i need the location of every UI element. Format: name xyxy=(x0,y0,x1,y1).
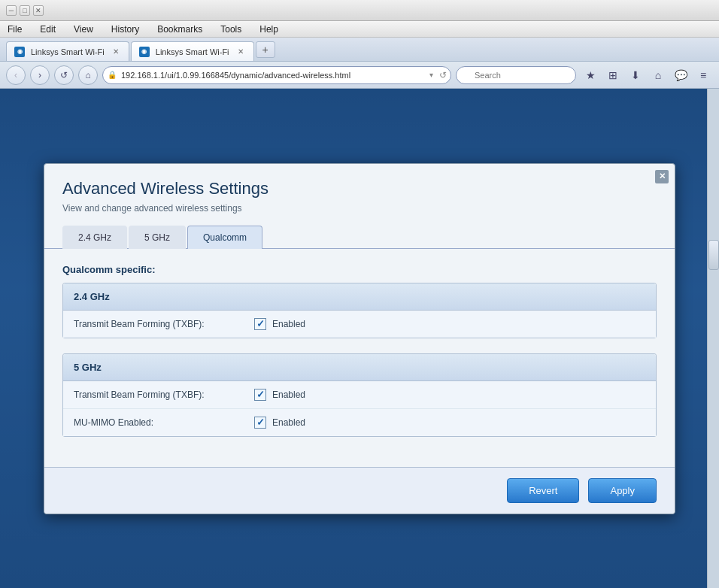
scrollbar-track[interactable] xyxy=(707,89,719,588)
tab-5ghz[interactable]: 5 GHz xyxy=(129,226,186,249)
row-mumimo-5ghz: MU-MIMO Enabled: ✓ Enabled xyxy=(63,409,656,436)
mumimo-5ghz-value: ✓ Enabled xyxy=(254,417,305,429)
tab-close-2[interactable]: ✕ xyxy=(235,47,246,57)
mumimo-5ghz-check-icon: ✓ xyxy=(256,417,265,428)
bookmark-shelf-button[interactable]: ⊞ xyxy=(603,65,623,85)
tab-close-1[interactable]: ✕ xyxy=(111,47,121,57)
tab-favicon-1: ◉ xyxy=(14,47,25,57)
dialog-footer: Revert Apply xyxy=(44,467,675,514)
dialog-close-button[interactable]: ✕ xyxy=(655,170,669,183)
browser-tab-2[interactable]: ◉ Linksys Smart Wi-Fi ✕ xyxy=(131,41,254,61)
row-txbf-2ghz: Transmit Beam Forming (TXBF): ✓ Enabled xyxy=(63,311,656,338)
home-button[interactable]: ⌂ xyxy=(78,65,98,85)
url-input[interactable] xyxy=(102,66,451,84)
menu-bar: File Edit View History Bookmarks Tools H… xyxy=(0,21,719,38)
txbf-5ghz-enabled-label: Enabled xyxy=(272,389,305,400)
apply-button[interactable]: Apply xyxy=(588,478,657,503)
back-button[interactable]: ‹ xyxy=(6,65,26,85)
url-bar-wrap: 🔒 ▾ ↺ xyxy=(102,66,451,84)
maximize-button[interactable]: □ xyxy=(20,5,30,16)
revert-button[interactable]: Revert xyxy=(507,478,579,503)
tab-qualcomm[interactable]: Qualcomm xyxy=(187,226,262,249)
browser-tab-2-label: Linksys Smart Wi-Fi xyxy=(156,47,229,56)
dialog-background: ✕ Advanced Wireless Settings View and ch… xyxy=(0,89,719,588)
txbf-5ghz-label: Transmit Beam Forming (TXBF): xyxy=(74,389,254,400)
menu-file[interactable]: File xyxy=(3,23,26,36)
dialog-title: Advanced Wireless Settings xyxy=(62,179,657,199)
minimize-button[interactable]: ─ xyxy=(6,5,17,16)
menu-view[interactable]: View xyxy=(69,23,98,36)
txbf-5ghz-value: ✓ Enabled xyxy=(254,389,305,401)
txbf-2ghz-label: Transmit Beam Forming (TXBF): xyxy=(74,319,254,329)
section-5ghz-header: 5 GHz xyxy=(63,354,656,381)
browser-tab-1-label: Linksys Smart Wi-Fi xyxy=(31,47,105,56)
menu-help[interactable]: Help xyxy=(255,23,283,36)
txbf-2ghz-check-icon: ✓ xyxy=(256,318,265,329)
reload-button[interactable]: ↺ xyxy=(54,65,74,85)
sync-button[interactable]: 💬 xyxy=(671,65,690,85)
forward-button[interactable]: › xyxy=(30,65,50,85)
dialog-subtitle: View and change advanced wireless settin… xyxy=(62,203,657,214)
bookmark-star-button[interactable]: ★ xyxy=(581,65,600,85)
search-input[interactable] xyxy=(456,66,576,84)
search-wrap: 🔍 xyxy=(456,66,576,84)
new-tab-button[interactable]: + xyxy=(256,41,275,58)
dialog: ✕ Advanced Wireless Settings View and ch… xyxy=(44,163,675,514)
section-5ghz: 5 GHz Transmit Beam Forming (TXBF): ✓ En… xyxy=(62,353,657,437)
url-dropdown-icon[interactable]: ▾ xyxy=(429,71,433,79)
tab-2ghz[interactable]: 2.4 GHz xyxy=(62,226,127,249)
dialog-body: Qualcomm specific: 2.4 GHz Transmit Beam… xyxy=(44,249,675,467)
home-toolbar-button[interactable]: ⌂ xyxy=(648,65,668,85)
scrollbar-thumb[interactable] xyxy=(708,240,719,270)
menu-button[interactable]: ≡ xyxy=(693,65,713,85)
dialog-tabs: 2.4 GHz 5 GHz Qualcomm xyxy=(44,226,675,249)
dialog-header: Advanced Wireless Settings View and chan… xyxy=(44,164,675,226)
txbf-2ghz-value: ✓ Enabled xyxy=(254,318,305,330)
toolbar-buttons: ★ ⊞ ⬇ ⌂ 💬 ≡ xyxy=(581,65,713,85)
menu-history[interactable]: History xyxy=(107,23,144,36)
download-button[interactable]: ⬇ xyxy=(626,65,645,85)
browser-content: ✕ Advanced Wireless Settings View and ch… xyxy=(0,89,719,588)
tab-bar: ◉ Linksys Smart Wi-Fi ✕ ◉ Linksys Smart … xyxy=(0,38,719,62)
txbf-5ghz-check-icon: ✓ xyxy=(256,389,265,400)
row-txbf-5ghz: Transmit Beam Forming (TXBF): ✓ Enabled xyxy=(63,381,656,409)
txbf-2ghz-enabled-label: Enabled xyxy=(272,319,305,329)
tab-favicon-2: ◉ xyxy=(139,47,150,57)
menu-tools[interactable]: Tools xyxy=(216,23,246,36)
dialog-close-icon: ✕ xyxy=(659,171,666,181)
browser-frame: ─ □ ✕ File Edit View History Bookmarks T… xyxy=(0,0,719,588)
txbf-2ghz-checkbox[interactable]: ✓ xyxy=(254,318,266,330)
mumimo-5ghz-label: MU-MIMO Enabled: xyxy=(74,417,254,428)
mumimo-5ghz-enabled-label: Enabled xyxy=(272,417,305,428)
txbf-5ghz-checkbox[interactable]: ✓ xyxy=(254,389,266,401)
menu-edit[interactable]: Edit xyxy=(35,23,60,36)
url-reload-icon[interactable]: ↺ xyxy=(439,70,447,80)
section-2ghz: 2.4 GHz Transmit Beam Forming (TXBF): ✓ … xyxy=(62,283,657,338)
address-bar: ‹ › ↺ ⌂ 🔒 ▾ ↺ 🔍 ★ ⊞ ⬇ ⌂ 💬 ≡ xyxy=(0,62,719,89)
section-2ghz-header: 2.4 GHz xyxy=(63,283,656,311)
url-lock-icon: 🔒 xyxy=(108,71,117,79)
close-button[interactable]: ✕ xyxy=(33,5,44,16)
title-bar: ─ □ ✕ xyxy=(0,0,719,21)
qualcomm-section-label: Qualcomm specific: xyxy=(62,264,657,275)
mumimo-5ghz-checkbox[interactable]: ✓ xyxy=(254,417,266,429)
menu-bookmarks[interactable]: Bookmarks xyxy=(153,23,207,36)
browser-tab-1[interactable]: ◉ Linksys Smart Wi-Fi ✕ xyxy=(6,41,129,61)
